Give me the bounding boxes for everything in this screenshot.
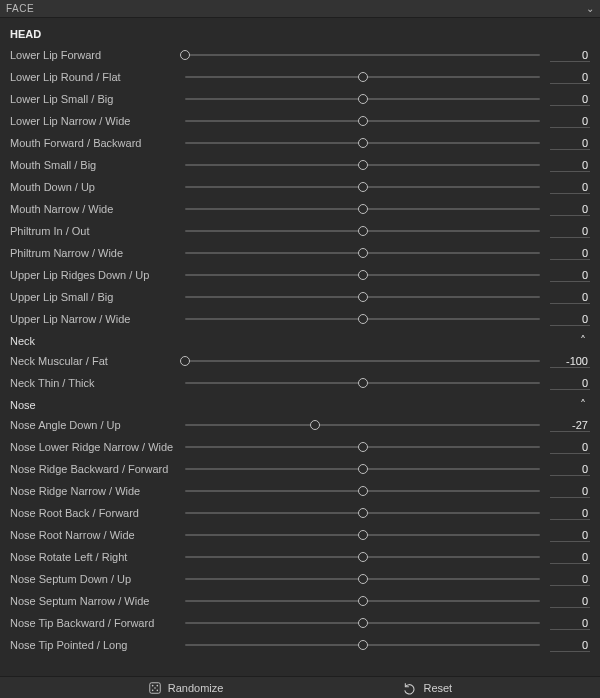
slider-value-input[interactable]: 0 xyxy=(550,616,590,630)
slider-value-input[interactable]: 0 xyxy=(550,136,590,150)
slider[interactable] xyxy=(185,220,548,242)
slider[interactable] xyxy=(185,524,548,546)
slider-value-input[interactable]: 0 xyxy=(550,290,590,304)
slider-thumb[interactable] xyxy=(358,204,368,214)
slider-thumb[interactable] xyxy=(358,486,368,496)
slider-thumb[interactable] xyxy=(358,248,368,258)
face-morph-panel: FACE ⌄ HEAD Lower Lip Forward0Lower Lip … xyxy=(0,0,600,698)
slider-value-input[interactable]: 0 xyxy=(550,180,590,194)
slider-row: Neck Muscular / Fat-100 xyxy=(0,350,600,372)
slider-thumb[interactable] xyxy=(358,292,368,302)
slider-thumb[interactable] xyxy=(358,552,368,562)
slider[interactable] xyxy=(185,264,548,286)
slider-value-input[interactable]: 0 xyxy=(550,572,590,586)
slider[interactable] xyxy=(185,414,548,436)
slider-value-input[interactable]: 0 xyxy=(550,268,590,282)
slider-value-input[interactable]: 0 xyxy=(550,48,590,62)
slider-value-input[interactable]: 0 xyxy=(550,158,590,172)
randomize-button[interactable]: Randomize xyxy=(148,681,224,695)
slider[interactable] xyxy=(185,132,548,154)
slider-value-input[interactable]: 0 xyxy=(550,202,590,216)
slider-thumb[interactable] xyxy=(358,270,368,280)
slider-row: Nose Tip Pointed / Long0 xyxy=(0,634,600,656)
slider[interactable] xyxy=(185,480,548,502)
section-neck-header[interactable]: Neck ˄ xyxy=(0,330,600,350)
slider[interactable] xyxy=(185,372,548,394)
slider[interactable] xyxy=(185,350,548,372)
slider[interactable] xyxy=(185,242,548,264)
slider-value-input[interactable]: 0 xyxy=(550,92,590,106)
slider-value-input[interactable]: 0 xyxy=(550,440,590,454)
slider[interactable] xyxy=(185,44,548,66)
slider-value-input[interactable]: 0 xyxy=(550,462,590,476)
slider[interactable] xyxy=(185,502,548,524)
slider-row: Mouth Down / Up0 xyxy=(0,176,600,198)
slider-value-input[interactable]: 0 xyxy=(550,246,590,260)
slider-value-input[interactable]: 0 xyxy=(550,484,590,498)
slider-value-input[interactable]: 0 xyxy=(550,114,590,128)
slider-value-input[interactable]: 0 xyxy=(550,594,590,608)
slider-value-input[interactable]: 0 xyxy=(550,550,590,564)
slider-thumb[interactable] xyxy=(358,378,368,388)
section-nose-header[interactable]: Nose ˄ xyxy=(0,394,600,414)
slider[interactable] xyxy=(185,568,548,590)
slider[interactable] xyxy=(185,110,548,132)
slider[interactable] xyxy=(185,66,548,88)
slider-thumb[interactable] xyxy=(358,72,368,82)
slider-thumb[interactable] xyxy=(358,182,368,192)
slider-label: Mouth Narrow / Wide xyxy=(10,203,185,215)
slider[interactable] xyxy=(185,546,548,568)
dice-icon xyxy=(148,681,162,695)
chevron-down-icon: ⌄ xyxy=(586,3,595,14)
slider-thumb[interactable] xyxy=(358,574,368,584)
slider-value-input[interactable]: -27 xyxy=(550,418,590,432)
slider-label: Upper Lip Narrow / Wide xyxy=(10,313,185,325)
slider[interactable] xyxy=(185,198,548,220)
slider-value-input[interactable]: 0 xyxy=(550,70,590,84)
slider-value-input[interactable]: 0 xyxy=(550,376,590,390)
slider-value-input[interactable]: 0 xyxy=(550,638,590,652)
slider-thumb[interactable] xyxy=(358,226,368,236)
slider-row: Nose Root Back / Forward0 xyxy=(0,502,600,524)
slider[interactable] xyxy=(185,612,548,634)
slider-thumb[interactable] xyxy=(358,314,368,324)
slider-value-input[interactable]: 0 xyxy=(550,312,590,326)
slider-label: Neck Muscular / Fat xyxy=(10,355,185,367)
slider-value-input[interactable]: -100 xyxy=(550,354,590,368)
slider[interactable] xyxy=(185,88,548,110)
slider-thumb[interactable] xyxy=(358,442,368,452)
slider[interactable] xyxy=(185,286,548,308)
reset-button[interactable]: Reset xyxy=(403,681,452,695)
slider-thumb[interactable] xyxy=(358,530,368,540)
slider[interactable] xyxy=(185,308,548,330)
slider[interactable] xyxy=(185,176,548,198)
slider-thumb[interactable] xyxy=(358,160,368,170)
slider[interactable] xyxy=(185,458,548,480)
slider[interactable] xyxy=(185,436,548,458)
slider-row: Nose Septum Narrow / Wide0 xyxy=(0,590,600,612)
slider[interactable] xyxy=(185,634,548,656)
slider-thumb[interactable] xyxy=(358,116,368,126)
slider[interactable] xyxy=(185,154,548,176)
slider-thumb[interactable] xyxy=(358,464,368,474)
slider-thumb[interactable] xyxy=(180,356,190,366)
slider-thumb[interactable] xyxy=(358,596,368,606)
slider-thumb[interactable] xyxy=(358,138,368,148)
slider-row: Nose Angle Down / Up-27 xyxy=(0,414,600,436)
section-head-label: HEAD xyxy=(0,22,600,44)
slider-row: Nose Tip Backward / Forward0 xyxy=(0,612,600,634)
slider-thumb[interactable] xyxy=(180,50,190,60)
slider-thumb[interactable] xyxy=(310,420,320,430)
slider-value-input[interactable]: 0 xyxy=(550,224,590,238)
slider-thumb[interactable] xyxy=(358,618,368,628)
slider-label: Nose Rotate Left / Right xyxy=(10,551,185,563)
slider-thumb[interactable] xyxy=(358,94,368,104)
slider-thumb[interactable] xyxy=(358,508,368,518)
slider[interactable] xyxy=(185,590,548,612)
panel-header[interactable]: FACE ⌄ xyxy=(0,0,600,18)
svg-point-3 xyxy=(154,687,156,689)
slider-value-input[interactable]: 0 xyxy=(550,528,590,542)
slider-thumb[interactable] xyxy=(358,640,368,650)
slider-label: Upper Lip Small / Big xyxy=(10,291,185,303)
slider-value-input[interactable]: 0 xyxy=(550,506,590,520)
